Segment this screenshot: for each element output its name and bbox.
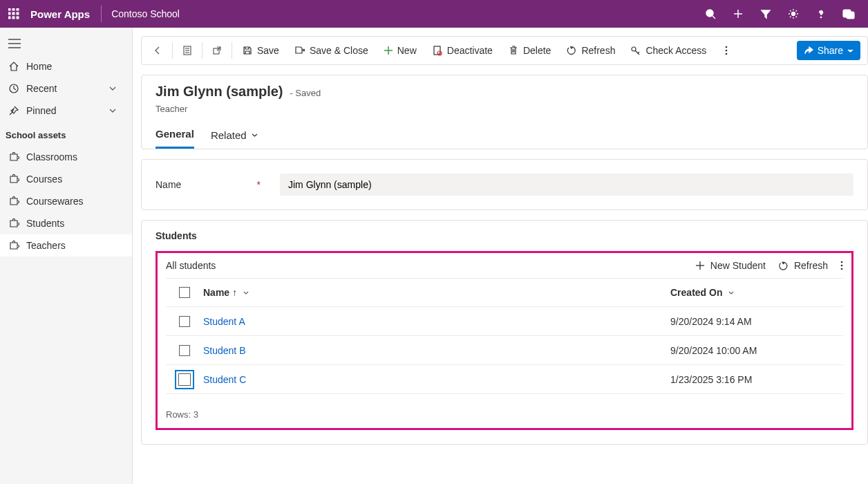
sidebar-item-home[interactable]: Home xyxy=(0,55,132,77)
form-section: Name * xyxy=(141,159,868,210)
col-header-created[interactable]: Created On xyxy=(670,287,843,298)
form-selector-button[interactable] xyxy=(176,39,199,62)
svg-rect-7 xyxy=(12,17,15,19)
student-link[interactable]: Student A xyxy=(203,316,245,327)
select-all-checkbox[interactable] xyxy=(179,287,190,298)
plus-icon[interactable] xyxy=(724,0,752,28)
filter-icon[interactable] xyxy=(752,0,780,28)
sidebar-item-courses[interactable]: Courses xyxy=(0,168,132,190)
delete-button[interactable]: Delete xyxy=(501,39,558,62)
svg-point-34 xyxy=(726,46,728,48)
sidebar-item-label: Coursewares xyxy=(26,196,83,207)
svg-point-41 xyxy=(841,268,843,270)
app-icon[interactable] xyxy=(835,0,862,28)
subgrid-more-button[interactable] xyxy=(840,260,843,271)
cmd-label: Check Access xyxy=(645,45,706,56)
col-header-name[interactable]: Name ↑ xyxy=(203,287,670,298)
sidebar-item-coursewares[interactable]: Coursewares xyxy=(0,190,132,212)
svg-point-13 xyxy=(792,12,795,16)
command-bar: Save Save & Close New Deactivate Delete … xyxy=(141,36,868,65)
save-button[interactable]: Save xyxy=(235,39,286,62)
tab-general[interactable]: General xyxy=(155,128,194,149)
cmd-label: Save & Close xyxy=(310,45,368,56)
svg-rect-2 xyxy=(17,8,19,10)
save-close-icon xyxy=(294,45,305,56)
popout-button[interactable] xyxy=(205,39,229,62)
sidebar-item-label: Teachers xyxy=(26,240,66,251)
svg-point-40 xyxy=(841,265,843,267)
refresh-button[interactable]: Refresh xyxy=(559,39,622,62)
created-cell: 9/20/2024 9:14 AM xyxy=(670,316,843,327)
subgrid-refresh-button[interactable]: Refresh xyxy=(778,260,828,271)
search-icon[interactable] xyxy=(697,0,724,28)
check-access-button[interactable]: Check Access xyxy=(623,39,713,62)
cmd-label: Refresh xyxy=(581,45,615,56)
table-header-row: Name ↑ Created On xyxy=(166,278,843,307)
row-checkbox[interactable] xyxy=(178,373,191,386)
svg-rect-4 xyxy=(12,12,15,15)
sidebar-item-recent[interactable]: Recent xyxy=(0,77,132,100)
puzzle-icon xyxy=(8,174,19,185)
svg-point-36 xyxy=(726,53,728,55)
table-row[interactable]: Student B 9/20/2024 10:00 AM xyxy=(166,336,843,365)
refresh-icon xyxy=(778,261,789,271)
student-link[interactable]: Student B xyxy=(203,345,246,356)
hamburger-icon[interactable] xyxy=(0,35,132,55)
svg-point-35 xyxy=(726,50,728,52)
rows-count: Rows: 3 xyxy=(166,409,843,420)
table-row[interactable]: Student C 1/23/2025 3:16 PM xyxy=(166,365,843,394)
svg-rect-3 xyxy=(8,12,10,15)
deactivate-button[interactable]: Deactivate xyxy=(425,39,500,62)
cmd-label: Save xyxy=(257,45,279,56)
sidebar-item-teachers[interactable]: Teachers xyxy=(0,234,132,257)
sidebar-section-label: School assets xyxy=(0,122,132,146)
new-button[interactable]: New xyxy=(377,39,424,62)
students-subgrid: Students All students New Student Refres… xyxy=(141,220,868,445)
chevron-down-icon xyxy=(847,48,853,54)
deactivate-icon xyxy=(432,45,443,56)
chevron-down-icon xyxy=(243,290,249,297)
sidebar-item-students[interactable]: Students xyxy=(0,212,132,234)
record-header: Jim Glynn (sample) - Saved Teacher Gener… xyxy=(141,75,868,149)
sidebar-item-label: Classrooms xyxy=(26,151,77,162)
save-close-button[interactable]: Save & Close xyxy=(287,39,375,62)
chevron-down-icon xyxy=(728,290,735,297)
chevron-down-icon xyxy=(251,131,258,139)
sidebar-item-label: Pinned xyxy=(26,105,57,116)
student-link[interactable]: Student C xyxy=(203,374,246,385)
svg-point-9 xyxy=(706,10,713,17)
new-student-button[interactable]: New Student xyxy=(695,260,766,271)
help-icon[interactable] xyxy=(807,0,835,28)
share-label: Share xyxy=(818,45,843,56)
top-bar: Power Apps Contoso School xyxy=(0,0,868,28)
puzzle-icon xyxy=(8,196,19,207)
view-name[interactable]: All students xyxy=(166,260,216,271)
gear-icon[interactable] xyxy=(780,0,807,28)
chevron-down-icon xyxy=(108,106,117,115)
row-checkbox[interactable] xyxy=(179,345,190,356)
created-cell: 9/20/2024 10:00 AM xyxy=(670,345,843,356)
share-button[interactable]: Share xyxy=(797,41,860,60)
main-area: Save Save & Close New Deactivate Delete … xyxy=(133,28,868,484)
name-field[interactable] xyxy=(280,174,853,196)
svg-rect-16 xyxy=(847,12,854,19)
sidebar-item-classrooms[interactable]: Classrooms xyxy=(0,146,132,168)
brand-label: Power Apps xyxy=(30,8,90,20)
svg-rect-5 xyxy=(17,12,19,15)
refresh-icon xyxy=(566,45,577,56)
sort-asc-icon: ↑ xyxy=(232,287,237,298)
row-checkbox[interactable] xyxy=(179,316,190,327)
name-label: Name * xyxy=(155,179,266,190)
more-commands-button[interactable] xyxy=(715,39,738,62)
svg-line-10 xyxy=(713,16,715,19)
svg-rect-8 xyxy=(17,17,19,19)
tab-related[interactable]: Related xyxy=(211,128,258,149)
puzzle-icon xyxy=(8,240,19,251)
waffle-icon[interactable] xyxy=(6,6,22,22)
table-row[interactable]: Student A 9/20/2024 9:14 AM xyxy=(166,307,843,336)
puzzle-icon xyxy=(8,151,19,162)
sidebar-item-pinned[interactable]: Pinned xyxy=(0,100,132,122)
key-icon xyxy=(630,45,641,56)
back-button[interactable] xyxy=(146,39,169,62)
sidebar-item-label: Recent xyxy=(26,83,57,94)
